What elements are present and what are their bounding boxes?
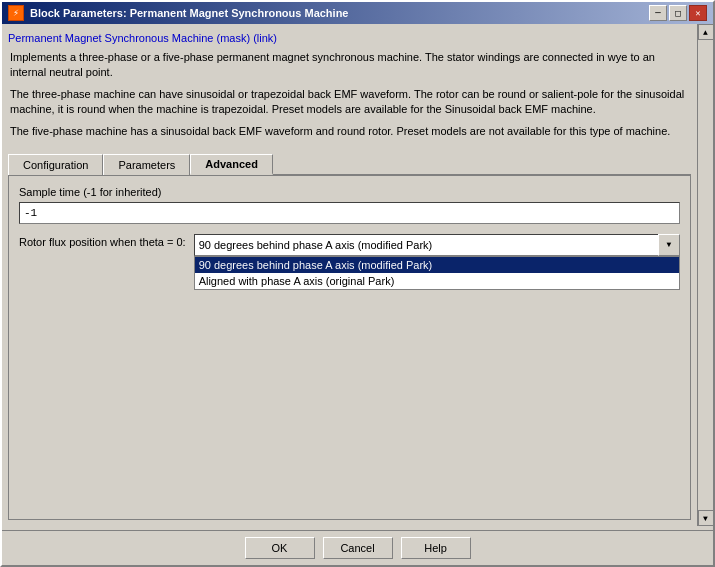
maximize-button[interactable]: □ <box>669 5 687 21</box>
ok-button[interactable]: OK <box>245 537 315 559</box>
window-icon: ⚡ <box>8 5 24 21</box>
description-para1: Implements a three-phase or a five-phase… <box>10 50 689 81</box>
tab-content-advanced: Sample time (-1 for inherited) Rotor flu… <box>8 176 691 520</box>
tab-advanced[interactable]: Advanced <box>190 154 273 175</box>
title-buttons: ─ □ ✕ <box>649 5 707 21</box>
rotor-flux-dropdown: 90 degrees behind phase A axis (modified… <box>194 256 680 290</box>
main-window: ⚡ Block Parameters: Permanent Magnet Syn… <box>0 0 715 567</box>
tabs-area: Configuration Parameters Advanced Sample… <box>8 153 691 520</box>
content-area: Permanent Magnet Synchronous Machine (ma… <box>2 24 697 526</box>
cancel-button[interactable]: Cancel <box>323 537 393 559</box>
scroll-up-button[interactable]: ▲ <box>698 24 714 40</box>
sample-time-input[interactable] <box>19 202 680 224</box>
minimize-button[interactable]: ─ <box>649 5 667 21</box>
dropdown-option-0[interactable]: 90 degrees behind phase A axis (modified… <box>195 257 679 273</box>
scrollbar: ▲ ▼ <box>697 24 713 526</box>
dropdown-option-1[interactable]: Aligned with phase A axis (original Park… <box>195 273 679 289</box>
select-arrow-icon[interactable]: ▼ <box>658 234 680 256</box>
close-button[interactable]: ✕ <box>689 5 707 21</box>
tab-bar: Configuration Parameters Advanced <box>8 153 691 176</box>
description-area: Implements a three-phase or a five-phase… <box>8 46 691 149</box>
title-bar-left: ⚡ Block Parameters: Permanent Magnet Syn… <box>8 5 348 21</box>
rotor-flux-selected-value: 90 degrees behind phase A axis (modified… <box>199 239 433 251</box>
scroll-down-button[interactable]: ▼ <box>698 510 714 526</box>
tab-parameters[interactable]: Parameters <box>103 154 190 175</box>
sample-time-row: Sample time (-1 for inherited) <box>19 186 680 224</box>
sample-time-label: Sample time (-1 for inherited) <box>19 186 680 198</box>
description-para2: The three-phase machine can have sinusoi… <box>10 87 689 118</box>
bottom-buttons: OK Cancel Help <box>2 530 713 565</box>
rotor-flux-select[interactable]: 90 degrees behind phase A axis (modified… <box>194 234 680 256</box>
window-title: Block Parameters: Permanent Magnet Synch… <box>30 7 348 19</box>
mask-link[interactable]: Permanent Magnet Synchronous Machine (ma… <box>8 30 691 46</box>
rotor-flux-select-container: 90 degrees behind phase A axis (modified… <box>194 234 680 256</box>
description-para3: The five-phase machine has a sinusoidal … <box>10 124 689 139</box>
rotor-flux-label: Rotor flux position when theta = 0: <box>19 234 186 248</box>
title-bar: ⚡ Block Parameters: Permanent Magnet Syn… <box>2 2 713 24</box>
rotor-flux-row: Rotor flux position when theta = 0: 90 d… <box>19 234 680 256</box>
tab-configuration[interactable]: Configuration <box>8 154 103 175</box>
help-button[interactable]: Help <box>401 537 471 559</box>
